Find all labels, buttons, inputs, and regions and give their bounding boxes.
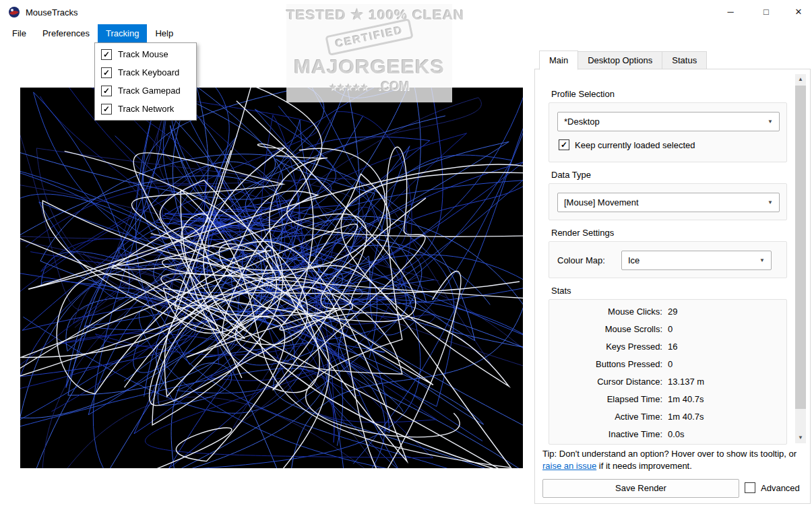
tab-main[interactable]: Main [539, 51, 578, 70]
menu-item-track-gamepad[interactable]: Track Gamepad [95, 82, 196, 100]
menu-item-track-keyboard[interactable]: Track Keyboard [95, 63, 196, 82]
scroll-up-icon[interactable]: ▲ [795, 74, 806, 85]
scroll-down-icon[interactable]: ▼ [795, 432, 806, 443]
profile-selection-heading: Profile Selection [551, 89, 615, 99]
render-settings-group: Colour Map: Ice ▼ [549, 241, 787, 278]
save-render-button[interactable]: Save Render [542, 479, 739, 498]
render-settings-heading: Render Settings [551, 228, 614, 238]
keep-loaded-label: Keep currently loaded selected [575, 140, 695, 150]
watermark-footer: ★★★★★ .COM [286, 79, 452, 94]
star-icon: ★ [351, 7, 365, 22]
data-type-dropdown-value: [Mouse] Movement [564, 197, 639, 207]
stat-row: Mouse Scrolls: 0 [549, 324, 787, 342]
advanced-checkbox-row[interactable]: Advanced [745, 482, 800, 493]
stat-row: Elapsed Time: 1m 40.7s [549, 394, 787, 412]
majorgeeks-watermark: TESTED ★ 100% CLEAN CERTIFIED MAJORGEEKS… [286, 4, 452, 102]
watermark-badge-area: CERTIFIED [286, 27, 452, 54]
profile-dropdown-value: *Desktop [564, 117, 600, 127]
raise-issue-link[interactable]: raise an issue [542, 461, 596, 471]
tab-desktop-options[interactable]: Desktop Options [577, 51, 662, 69]
main-tab-page: Profile Selection *Desktop ▼ Keep curren… [534, 69, 811, 504]
settings-panel: Main Desktop Options Status Profile Sele… [534, 51, 811, 504]
window-title: MouseTracks [26, 7, 78, 18]
checkbox-checked-icon[interactable] [559, 139, 569, 150]
menu-file[interactable]: File [4, 24, 34, 42]
stat-row: Mouse Clicks: 29 [549, 307, 787, 324]
stat-row: Cursor Distance: 13.137 m [549, 377, 787, 394]
mousetracks-window: MouseTracks ─ □ ✕ File Preferences Track… [0, 0, 812, 514]
chevron-down-icon: ▼ [761, 119, 779, 125]
checkbox-checked-icon [101, 67, 112, 78]
stat-row: Inactive Time: 0.0s [549, 429, 787, 445]
colour-map-dropdown-value: Ice [628, 255, 639, 265]
stats-heading: Stats [551, 286, 571, 296]
profile-selection-group: *Desktop ▼ Keep currently loaded selecte… [549, 102, 787, 162]
chevron-down-icon: ▼ [753, 257, 771, 263]
advanced-label: Advanced [761, 483, 800, 493]
profile-dropdown[interactable]: *Desktop ▼ [557, 112, 780, 131]
app-icon [8, 6, 20, 18]
tab-status[interactable]: Status [662, 51, 707, 69]
data-type-dropdown[interactable]: [Mouse] Movement ▼ [557, 193, 780, 212]
menu-item-track-mouse[interactable]: Track Mouse [95, 45, 196, 63]
menu-item-track-network[interactable]: Track Network [95, 100, 196, 118]
minimize-button[interactable]: ─ [715, 0, 746, 24]
watermark-tested-line: TESTED ★ 100% CLEAN [286, 7, 452, 23]
checkbox-checked-icon [101, 49, 112, 60]
stat-row: Active Time: 1m 40.7s [549, 412, 787, 429]
keep-loaded-checkbox-row[interactable]: Keep currently loaded selected [559, 139, 695, 150]
menu-item-label: Track Network [118, 104, 174, 114]
menu-preferences[interactable]: Preferences [34, 24, 98, 42]
checkbox-checked-icon [101, 86, 112, 96]
stars-icon: ★★★★★ [330, 82, 369, 92]
menu-tracking[interactable]: Tracking [98, 24, 147, 42]
watermark-brand: MAJORGEEKS [286, 55, 452, 78]
menu-item-label: Track Mouse [118, 49, 168, 59]
certified-badge: CERTIFIED [325, 18, 414, 56]
checkbox-checked-icon [101, 104, 112, 115]
stats-group: Mouse Clicks: 29 Mouse Scrolls: 0 Keys P… [549, 299, 787, 445]
colour-map-dropdown[interactable]: Ice ▼ [621, 251, 772, 270]
colour-map-label: Colour Map: [557, 255, 605, 265]
data-type-heading: Data Type [551, 170, 591, 180]
tracking-dropdown-menu: Track Mouse Track Keyboard Track Gamepad… [94, 42, 197, 121]
checkbox-unchecked-icon[interactable] [745, 482, 755, 493]
vertical-scrollbar[interactable]: ▲ ▼ [795, 74, 806, 443]
menu-help[interactable]: Help [147, 24, 181, 42]
stat-row: Keys Pressed: 16 [549, 342, 787, 359]
tab-bar: Main Desktop Options Status [539, 51, 811, 69]
menu-item-label: Track Keyboard [118, 67, 179, 77]
chevron-down-icon: ▼ [761, 199, 779, 205]
scrollbar-thumb[interactable] [795, 86, 806, 409]
track-canvas [20, 88, 523, 468]
track-render-view [20, 88, 523, 468]
stat-row: Buttons Pressed: 0 [549, 359, 787, 377]
data-type-group: [Mouse] Movement ▼ [549, 183, 787, 220]
maximize-button[interactable]: □ [751, 0, 782, 24]
close-button[interactable]: ✕ [783, 0, 812, 24]
tip-text: Tip: Don't understand an option? Hover o… [542, 448, 797, 472]
menu-item-label: Track Gamepad [118, 86, 181, 96]
